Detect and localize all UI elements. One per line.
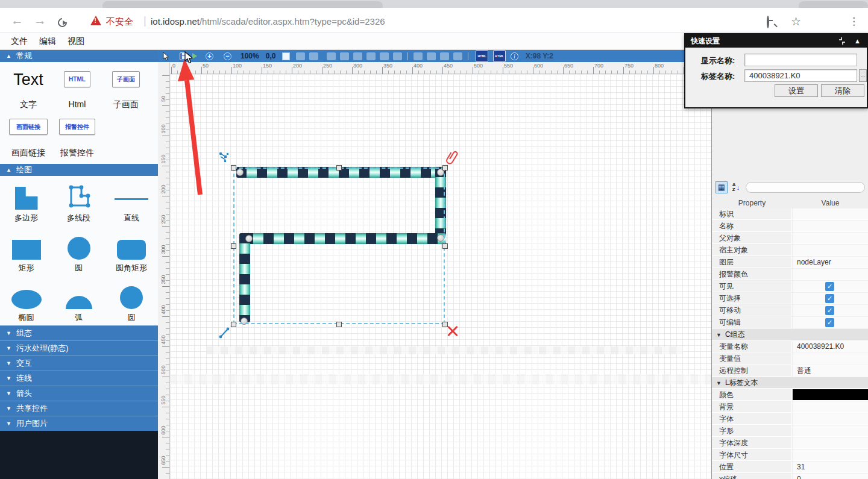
browser-tab[interactable] (799, 1, 868, 8)
resize-handle-w[interactable] (231, 243, 236, 249)
property-row[interactable]: 可选择✓ (712, 293, 868, 305)
set-button[interactable]: 设置 (775, 84, 818, 97)
design-canvas[interactable] (170, 74, 711, 479)
save-button[interactable] (180, 50, 187, 62)
property-section-row[interactable]: ▼C组态 (712, 329, 868, 341)
property-row[interactable]: 图层nodeLayer (712, 257, 868, 269)
section-header-arrow[interactable]: ▼ 箭头 (0, 386, 158, 401)
display-name-input[interactable] (744, 54, 857, 66)
run-button[interactable] (192, 50, 197, 62)
property-row[interactable]: 变量值 (712, 353, 868, 365)
menu-view[interactable]: 视图 (68, 36, 84, 47)
browser-tab[interactable] (102, 1, 383, 8)
palette-item-html[interactable]: HTML (64, 71, 90, 87)
select-cursor-tool[interactable] (163, 50, 170, 62)
resize-handle-s[interactable] (336, 322, 342, 327)
section-header-connection[interactable]: ▼ 连线 (0, 371, 158, 386)
property-row[interactable]: 可编辑✓ (712, 317, 868, 329)
section-header-shared-controls[interactable]: ▼ 共享控件 (0, 401, 158, 416)
security-warning-text[interactable]: 不安全 (106, 16, 133, 28)
v-ruler-label: 150 (160, 151, 166, 167)
resize-handle-nw[interactable] (231, 165, 236, 171)
palette-item-ellipse[interactable]: 椭圆 (0, 276, 52, 325)
section-header-draw[interactable]: ▲ 绘图 (0, 164, 158, 176)
palette-item-circle2[interactable]: 圆 (105, 276, 158, 325)
checkbox-checked[interactable]: ✓ (825, 306, 834, 315)
section-header-interaction[interactable]: ▼ 交互 (0, 355, 158, 371)
property-row[interactable]: 标识 (712, 208, 868, 221)
menu-file[interactable]: 文件 (11, 36, 28, 47)
palette-item-line[interactable]: 直线 (105, 176, 158, 226)
info-button[interactable]: i (511, 50, 518, 62)
color-swatch-black[interactable] (793, 389, 868, 401)
palette-item-circle[interactable]: 圆 (52, 226, 105, 276)
property-row[interactable]: 变量名称400038921.K0 (712, 341, 868, 353)
bookmark-star-icon[interactable]: ☆ (791, 15, 801, 30)
clear-button[interactable]: 清除 (821, 84, 864, 97)
zoom-in-icon: + (206, 52, 213, 60)
property-row[interactable]: 字体 (712, 413, 868, 425)
section-body-general: Text 文字 HTML Html 子画面 子画面 画面链接 画面链接 报警控件… (0, 62, 158, 164)
checkbox-checked[interactable]: ✓ (825, 294, 834, 303)
edit-nodes-icon[interactable] (218, 151, 230, 166)
palette-item-subscreen[interactable]: 子画面 (112, 71, 140, 87)
checkbox-checked[interactable]: ✓ (825, 282, 834, 291)
html-export-button[interactable]: HTML (476, 50, 488, 62)
zoom-in-button[interactable]: + (206, 50, 213, 62)
property-row[interactable]: 父对象 (712, 233, 868, 245)
property-row[interactable]: 位置31 (712, 462, 868, 474)
property-row[interactable]: 可见✓ (712, 281, 868, 293)
property-row[interactable]: 字体尺寸 (712, 449, 868, 462)
canvas-settings-button[interactable] (282, 50, 290, 62)
back-icon[interactable]: ← (11, 13, 24, 28)
reload-icon[interactable] (58, 16, 67, 30)
browse-tags-button[interactable]: ... (859, 69, 867, 82)
expand-triangle-icon: ▼ (6, 330, 11, 336)
checkbox-checked[interactable]: ✓ (825, 318, 834, 327)
palette-item-rounded-rect[interactable]: 圆角矩形 (105, 226, 158, 276)
palette-item-screen-link[interactable]: 画面链接 (9, 119, 48, 135)
palette-item-polyline[interactable]: 多线段 (52, 176, 105, 226)
property-row[interactable]: 颜色 (712, 389, 868, 401)
section-header-sewage[interactable]: ▼ 污水处理(静态) (0, 340, 158, 355)
delete-x-icon[interactable] (447, 325, 459, 337)
section-header-general[interactable]: ▲ 常规 (0, 50, 158, 62)
disabled-size-icon (427, 50, 436, 62)
collapse-up-icon[interactable]: ▲ (854, 37, 861, 45)
property-row[interactable]: 背景 (712, 401, 868, 413)
palette-item-rectangle[interactable]: 矩形 (0, 226, 52, 276)
palette-item-text[interactable]: Text (8, 70, 48, 89)
link-paperclip-icon[interactable] (446, 150, 458, 167)
property-row[interactable]: 报警颜色 (712, 269, 868, 281)
property-row[interactable]: 字体深度 (712, 437, 868, 449)
dock-icon[interactable] (838, 37, 846, 48)
html-preview-button[interactable]: HTML (493, 50, 506, 62)
property-row[interactable]: 字形 (712, 425, 868, 437)
security-warning-icon[interactable] (90, 16, 101, 25)
zoom-out-button[interactable]: − (224, 50, 231, 62)
property-row[interactable]: 远程控制普通 (712, 365, 868, 377)
sort-az-icon[interactable]: AZ↓ (730, 181, 742, 193)
property-row[interactable]: 名称 (712, 221, 868, 233)
url-text[interactable]: iot.idosp.net/html/scada/editor.aspx.htm… (151, 16, 385, 27)
palette-item-arc[interactable]: 弧 (52, 276, 105, 325)
categorized-view-icon[interactable]: ▦ (715, 181, 728, 193)
property-row-partial[interactable]: x偏移0 (712, 474, 868, 479)
resize-handle-e[interactable] (442, 243, 448, 249)
forward-icon[interactable]: → (34, 13, 46, 28)
section-header-zutai[interactable]: ▼ 组态 (0, 325, 158, 340)
section-header-user-images[interactable]: ▼ 用户图片 (0, 416, 158, 431)
resize-handle-n[interactable] (336, 165, 342, 171)
resize-handle-sw[interactable] (231, 322, 236, 327)
draw-line-icon[interactable] (218, 326, 231, 342)
property-row[interactable]: 可移动✓ (712, 305, 868, 317)
property-row[interactable]: 宿主对象 (712, 245, 868, 257)
browser-menu-icon[interactable]: ⋮ (849, 15, 859, 30)
palette-item-polygon[interactable]: 多边形 (0, 176, 52, 226)
tag-name-input[interactable] (744, 69, 857, 82)
property-section-row[interactable]: ▼L标签文本 (712, 377, 868, 389)
property-filter-input[interactable] (746, 182, 865, 193)
palette-item-alarm-control[interactable]: 报警控件 (59, 119, 95, 135)
zoom-indicator-icon[interactable] (767, 17, 769, 31)
menu-edit[interactable]: 编辑 (39, 36, 56, 47)
